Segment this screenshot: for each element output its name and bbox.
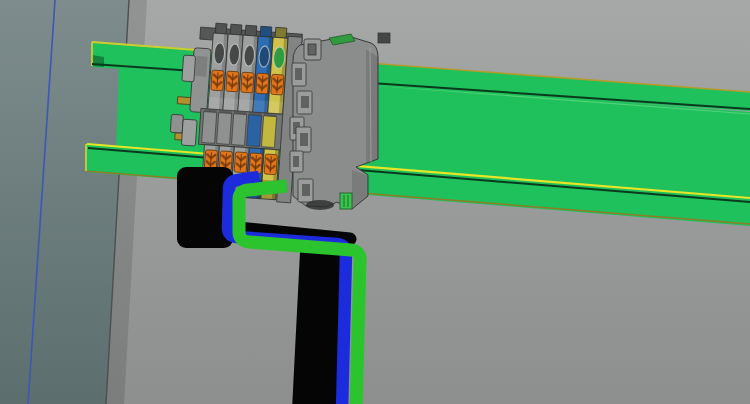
rail-release-latch[interactable] — [340, 193, 352, 209]
spring-clamp[interactable] — [264, 154, 277, 175]
unit-step — [223, 98, 239, 111]
unit-step — [208, 97, 224, 110]
mid-block[interactable] — [217, 113, 232, 145]
latch-tab-hole — [300, 133, 308, 146]
end-plate-bottom-shadow — [306, 200, 334, 210]
mid-block[interactable] — [246, 115, 261, 147]
top-cap — [260, 26, 272, 37]
end-plate-top-notch — [378, 33, 390, 43]
latch-tab-hole — [301, 96, 309, 108]
mid-block[interactable] — [232, 114, 247, 146]
spring-clamp[interactable] — [226, 71, 239, 92]
left-end-plate-recess — [195, 56, 207, 77]
top-cap — [215, 23, 227, 34]
mid-tier-blocks[interactable] — [202, 109, 277, 148]
spring-clamp[interactable] — [234, 152, 247, 173]
latch-tab-hole — [308, 44, 316, 55]
spring-clamp[interactable] — [249, 153, 262, 174]
spring-clamp[interactable] — [241, 72, 254, 93]
unit-step — [253, 100, 269, 113]
end-plate-right-shade — [366, 49, 378, 163]
terminal-row-top[interactable] — [208, 33, 288, 114]
top-cap — [275, 27, 287, 38]
latch-tab-hole — [302, 184, 310, 196]
unit-step — [268, 101, 284, 114]
unit-step — [238, 99, 254, 112]
left-tab[interactable] — [181, 119, 197, 146]
left-tab[interactable] — [182, 55, 196, 82]
top-cap — [230, 24, 242, 35]
mid-block[interactable] — [202, 112, 217, 144]
latch-tab-hole — [295, 68, 302, 80]
cad-viewport — [0, 0, 750, 404]
spring-clamp[interactable] — [271, 74, 284, 95]
spring-clamp[interactable] — [211, 70, 224, 91]
mid-block[interactable] — [261, 116, 276, 148]
left-nub[interactable] — [170, 114, 183, 133]
spring-clamp[interactable] — [256, 73, 269, 94]
latch-tab-hole — [293, 156, 299, 167]
top-cap — [245, 25, 257, 36]
